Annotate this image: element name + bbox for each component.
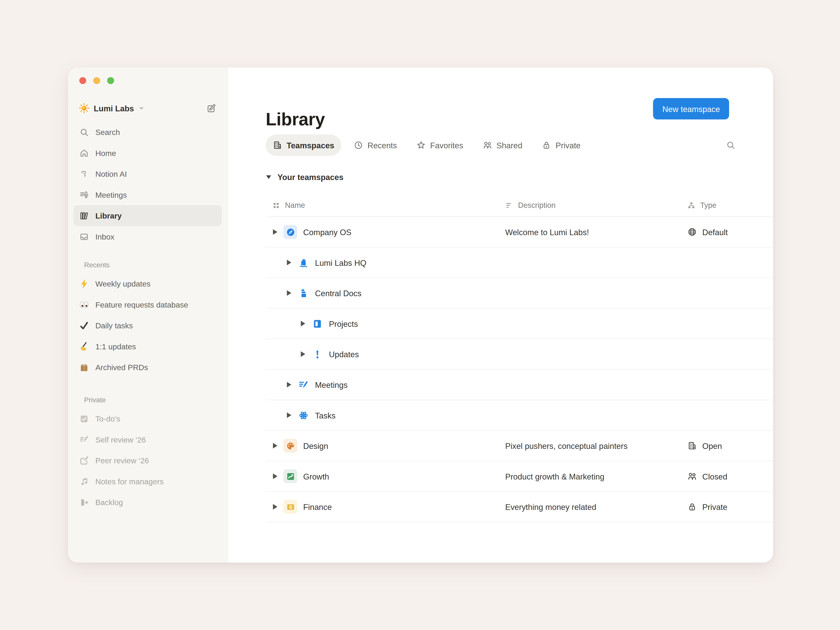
zoom-window-button[interactable] <box>107 77 114 84</box>
private-item-notes-for-managers[interactable]: Notes for managers <box>74 471 222 492</box>
table-row-central-docs[interactable]: Central Docs <box>266 278 773 309</box>
teamspace-type: Default <box>687 227 773 237</box>
workspace-switcher[interactable]: Lumi Labs <box>79 103 145 114</box>
section-title: Your teamspaces <box>278 172 344 182</box>
recent-item-archived-prds[interactable]: Archived PRDs <box>74 357 222 378</box>
palette-icon <box>284 439 297 453</box>
table-row-company-os[interactable]: Company OS Welcome to Lumi Labs! Default <box>266 217 773 248</box>
grid-dots-icon <box>272 201 280 209</box>
tab-label: Recents <box>368 141 397 150</box>
recent-item-1-1-updates[interactable]: 1:1 updates <box>74 336 222 357</box>
org-chart-icon <box>687 201 695 209</box>
tab-teamspaces[interactable]: Teamspaces <box>266 134 341 156</box>
sidebar: Lumi Labs Search Home Notion AI <box>68 68 228 563</box>
table-row-lumi-labs-hq[interactable]: Lumi Labs HQ <box>266 248 773 278</box>
desktop-background: Lumi Labs Search Home Notion AI <box>0 0 840 630</box>
private-section-label: Private <box>84 396 227 404</box>
expand-toggle-icon[interactable] <box>272 442 278 449</box>
private-item-label: Backlog <box>95 498 123 507</box>
lightning-icon <box>79 278 90 289</box>
teamspace-name: Company OS <box>303 227 352 237</box>
workspace-row: Lumi Labs <box>79 100 216 116</box>
private-item-self-review[interactable]: Self review ‘26 <box>74 429 222 450</box>
sidebar-item-search[interactable]: Search <box>74 122 222 143</box>
teamspace-type: Closed <box>687 471 773 481</box>
chevron-down-icon <box>138 105 145 111</box>
teamspace-name: Growth <box>303 472 329 481</box>
column-label: Name <box>285 201 305 209</box>
sidebar-item-home[interactable]: Home <box>74 142 222 163</box>
tab-shared[interactable]: Shared <box>475 134 529 156</box>
sidebar-item-meetings[interactable]: Meetings <box>74 184 222 205</box>
building-icon <box>687 441 697 451</box>
table-search-icon[interactable] <box>726 141 736 150</box>
table-row-meetings[interactable]: Meetings <box>266 370 773 400</box>
private-item-backlog[interactable]: Backlog <box>74 492 222 513</box>
tab-private[interactable]: Private <box>535 134 587 156</box>
private-item-label: Self review ‘26 <box>95 435 146 444</box>
expand-toggle-icon[interactable] <box>272 229 278 235</box>
expand-toggle-icon[interactable] <box>286 382 292 388</box>
teamspace-type: Private <box>687 502 773 512</box>
money-icon <box>284 500 297 514</box>
expand-toggle-icon[interactable] <box>286 290 292 296</box>
tab-favorites[interactable]: Favorites <box>409 134 470 156</box>
teamspace-description: Welcome to Lumi Labs! <box>505 227 687 237</box>
type-label: Private <box>703 502 727 512</box>
table-header: Name Description Type <box>266 194 773 217</box>
expand-toggle-icon[interactable] <box>272 504 278 510</box>
expand-toggle-icon[interactable] <box>300 351 306 357</box>
sidebar-item-notion-ai[interactable]: Notion AI <box>74 163 222 185</box>
door-arrow-icon <box>79 497 90 507</box>
table-row-projects[interactable]: Projects <box>266 309 773 339</box>
expand-toggle-icon[interactable] <box>300 320 306 327</box>
clock-icon <box>354 141 363 150</box>
table-row-tasks[interactable]: Tasks <box>266 400 773 431</box>
private-list: To-do’s Self review ‘26 Peer review ‘26 … <box>74 408 222 513</box>
new-page-button[interactable] <box>206 103 216 113</box>
window-controls <box>68 77 227 84</box>
atom-icon <box>297 410 309 420</box>
panel-icon <box>311 319 323 329</box>
tab-label: Private <box>556 141 581 150</box>
list-pencil-icon <box>79 434 90 445</box>
chart-up-icon <box>284 469 297 483</box>
minimize-window-button[interactable] <box>93 77 100 84</box>
tab-recents[interactable]: Recents <box>346 134 404 156</box>
eyes-icon <box>79 299 90 310</box>
teamspace-name: Lumi Labs HQ <box>315 258 366 267</box>
column-header-type: Type <box>687 201 773 209</box>
new-teamspace-button[interactable]: New teamspace <box>653 98 729 120</box>
library-tabs: Teamspaces Recents Favorites Shared Priv… <box>266 134 736 156</box>
compass-icon <box>284 225 297 239</box>
castle-icon <box>297 257 309 268</box>
private-item-todos[interactable]: To-do’s <box>74 408 222 429</box>
your-teamspaces-toggle[interactable]: Your teamspaces <box>266 172 343 182</box>
sun-icon <box>79 103 90 114</box>
teamspace-name: Meetings <box>315 380 347 389</box>
sidebar-item-library[interactable]: Library <box>74 205 222 226</box>
lock-icon <box>542 141 551 150</box>
search-icon <box>79 127 90 137</box>
recent-item-daily-tasks[interactable]: Daily tasks <box>74 315 222 336</box>
table-row-finance[interactable]: Finance Everything money related Private <box>266 492 773 523</box>
table-row-design[interactable]: Design Pixel pushers, conceptual painter… <box>266 431 773 461</box>
private-item-peer-review[interactable]: Peer review ‘26 <box>74 450 222 471</box>
expand-toggle-icon[interactable] <box>272 473 278 479</box>
recent-item-label: Daily tasks <box>95 321 133 330</box>
table-row-growth[interactable]: Growth Product growth & Marketing Closed <box>266 461 773 492</box>
main-content: Library New teamspace Teamspaces Recents… <box>228 68 773 563</box>
expand-toggle-icon[interactable] <box>286 412 292 418</box>
todo-checkbox-icon <box>79 413 90 424</box>
recent-item-weekly-updates[interactable]: Weekly updates <box>74 273 222 294</box>
table-row-updates[interactable]: Updates <box>266 339 773 370</box>
expand-toggle-icon[interactable] <box>286 259 292 265</box>
type-label: Open <box>703 441 722 450</box>
workspace-name: Lumi Labs <box>94 104 134 113</box>
meetings-icon <box>79 189 90 200</box>
close-window-button[interactable] <box>79 77 86 84</box>
recent-item-feature-requests[interactable]: Feature requests database <box>74 294 222 315</box>
sidebar-item-inbox[interactable]: Inbox <box>74 226 222 247</box>
triangle-down-icon <box>266 174 272 180</box>
globe-icon <box>687 227 697 237</box>
